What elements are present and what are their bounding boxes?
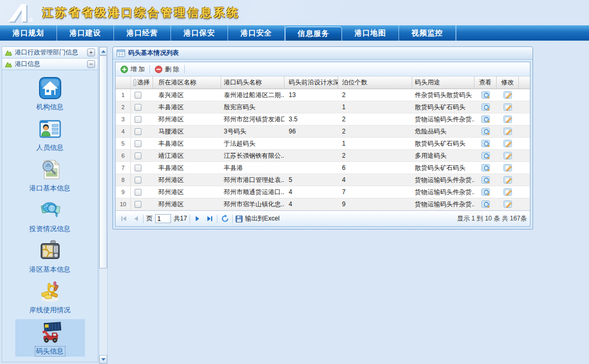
delete-button[interactable]: 删 除 [153,64,180,75]
sidebar-item-岸线使用情况[interactable]: 岸线使用情况 [15,279,85,316]
view-icon[interactable] [481,91,490,99]
sidebar-item-港口基本信息[interactable]: 港口基本信息 [15,157,85,194]
edit-icon[interactable] [504,103,512,111]
prev-page-button[interactable] [131,214,140,224]
edit-icon[interactable] [504,139,512,148]
view-icon[interactable] [481,127,490,136]
header-usage[interactable]: 码头用途 [412,76,474,89]
nav-tab-港口保安[interactable]: 港口保安 [171,25,228,41]
last-page-button[interactable] [205,214,214,224]
cell-port-area: 泰兴港区 [153,89,221,101]
first-page-button[interactable] [119,214,128,224]
header-select[interactable]: 选择 [131,76,153,89]
row-checkbox[interactable] [135,104,141,111]
table-row[interactable]: 7 丰县港区 丰县港 6 散货码头矿石码头 [116,162,530,174]
page-number-input[interactable] [155,214,171,223]
view-icon[interactable] [481,200,490,208]
sidebar-item-港区基本信息[interactable]: 港区基本信息 [15,238,85,275]
down-arrow-icon [101,358,106,361]
cell-berth-count: 6 [338,162,412,174]
edit-icon[interactable] [504,151,512,160]
row-checkbox[interactable] [135,177,141,184]
header-modify[interactable]: 修改 [497,76,519,89]
header-berth-count[interactable]: 泊位个数 [338,76,412,89]
edit-icon[interactable] [504,91,512,99]
data-grid: 增 加 删 除 选择 所在港区名称 港口码头名称 码头前沿设计水深（... 泊位… [115,62,530,227]
cell-port-area: 邳州港区 [153,198,221,210]
table-row[interactable]: 9 邳州港区 邳州市顺通货运港口... 4 7 货物运输码头件杂货... [116,186,530,198]
sidebar-section-port-info[interactable]: 港口信息 − [2,59,98,70]
nav-tab-港口规划[interactable]: 港口规划 [0,25,57,41]
view-icon[interactable] [481,164,490,172]
sidebar-scrollbar[interactable] [99,46,108,364]
view-icon[interactable] [481,115,490,123]
grid-toolbar: 增 加 删 除 [116,62,530,76]
table-row[interactable]: 2 丰县港区 殷宪宫码头 1 散货码头矿石码头 [116,101,530,113]
table-row[interactable]: 4 马腰港区 3号码头 96 2 危险品码头 [116,126,530,138]
row-checkbox[interactable] [135,189,141,196]
scrollbar-thumb[interactable] [99,55,107,269]
view-icon[interactable] [481,151,490,160]
sidebar-item-label: 码头信息 [35,346,65,357]
view-icon[interactable] [481,103,490,111]
next-page-button[interactable] [193,214,202,224]
table-row[interactable]: 3 邳州港区 邳州市岔河镇货发港口 3.5 2 货物运输码头件杂货... [116,113,530,126]
cell-usage: 危险品码头 [412,126,474,137]
edit-icon[interactable] [504,200,512,208]
table-row[interactable]: 5 丰县港区 于法超码头 1 散货码头矿石码头 [116,138,530,150]
cell-usage: 货物运输码头件杂货... [412,113,474,125]
edit-icon[interactable] [504,176,512,184]
table-row[interactable]: 6 靖江港区 江苏长强钢铁有限公... 2 多用途码头 [116,150,530,162]
sidebar-item-机构信息[interactable]: 机构信息 [15,75,85,113]
select-all-checkbox[interactable] [134,79,136,86]
toolbar-separator [149,65,150,73]
sidebar-section-admin-dept[interactable]: 港口行政管理部门信息 + [2,47,98,59]
nav-tab-港口地图[interactable]: 港口地图 [342,25,399,41]
view-icon[interactable] [481,176,490,184]
nav-tab-港口建设[interactable]: 港口建设 [57,25,114,41]
row-checkbox[interactable] [135,140,141,147]
nav-tab-港口安全[interactable]: 港口安全 [228,25,285,41]
nav-tab-视频监控[interactable]: 视频监控 [399,25,456,41]
nav-tab-港口经营[interactable]: 港口经营 [114,25,171,41]
scroll-down-button[interactable] [99,355,107,363]
sidebar-item-投资情况信息[interactable]: 投资情况信息 [15,197,85,235]
cell-usage: 货物运输码头件杂货... [412,186,474,198]
cell-berth-count: 1 [338,101,412,113]
total-pages-label: 共17 [174,214,187,223]
edit-icon[interactable] [504,164,512,172]
row-checkbox[interactable] [135,152,141,159]
header-dock-name[interactable]: 港口码头名称 [221,76,284,89]
sidebar-item-码头信息[interactable]: 码头信息 [15,319,85,357]
nav-tab-信息服务[interactable]: 信息服务 [285,26,342,41]
table-row[interactable]: 10 邳州港区 邳州市宿羊山镇化忠... 4 9 货物运输码头件杂货... [116,198,530,210]
cell-usage: 多用途码头 [412,150,474,161]
table-row[interactable]: 1 泰兴港区 泰州港过船港区二期... 13 2 件杂货码头散货码头 [116,89,530,101]
sidebar-item-人员信息[interactable]: 人员信息 [15,116,85,154]
add-button[interactable]: 增 加 [119,64,146,75]
row-checkbox[interactable] [135,165,141,171]
row-checkbox[interactable] [135,116,141,123]
row-checkbox[interactable] [135,201,141,208]
edit-icon[interactable] [504,188,512,196]
nav-tab-label: 港口地图 [355,28,386,38]
row-checkbox[interactable] [135,92,141,99]
collapse-minus-button[interactable]: − [87,60,95,68]
header-view[interactable]: 查看 [474,76,497,89]
header-depth[interactable]: 码头前沿设计水深（... [284,76,338,89]
export-excel-button[interactable]: 输出到Excel [235,214,279,223]
scroll-up-button[interactable] [99,47,107,55]
sidebar-item-label: 港区基本信息 [28,265,72,274]
table-row[interactable]: 8 邳州港区 邳州市港口管理处袁... 5 4 货物运输码头件杂货... [116,174,530,186]
row-checkbox[interactable] [135,128,141,135]
view-icon[interactable] [481,188,490,196]
view-icon[interactable] [481,139,490,148]
header-port-area[interactable]: 所在港区名称 [153,76,221,89]
nav-tab-label: 视频监控 [412,28,443,38]
refresh-icon[interactable] [220,214,230,224]
panel-title: 码头基本情况列表 [128,49,179,58]
expand-plus-button[interactable]: + [87,49,95,56]
cell-port-area: 邳州港区 [153,186,221,198]
edit-icon[interactable] [504,115,512,123]
edit-icon[interactable] [504,127,512,136]
